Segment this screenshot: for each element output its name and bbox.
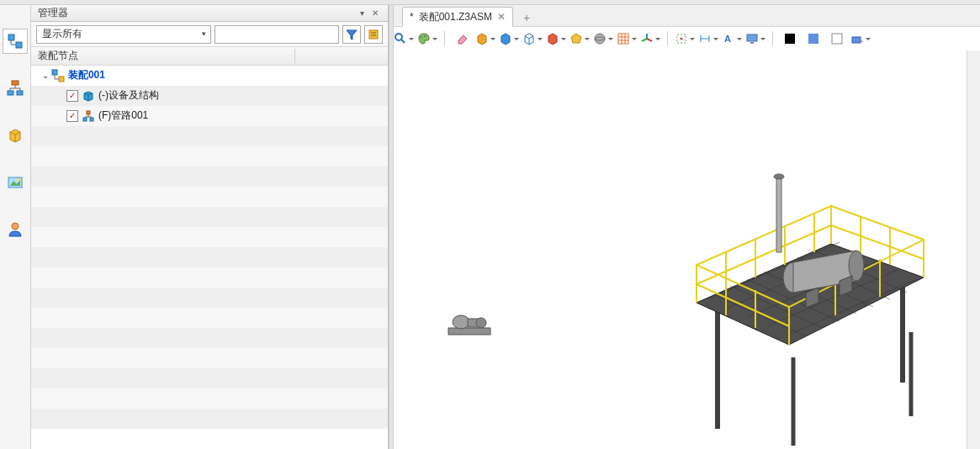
tree-row-empty	[31, 207, 388, 227]
sidebar-image-icon[interactable]	[3, 170, 28, 195]
svg-marker-42	[501, 34, 510, 45]
tree-body[interactable]: ⌄ 装配001 ✓ (-)设备及结构 ✓	[31, 66, 388, 449]
tree-node-label: (F)管路001	[98, 108, 148, 123]
sidebar-person-icon[interactable]	[3, 217, 28, 242]
panel-minimize-button[interactable]: ▾	[356, 8, 368, 19]
model-pump[interactable]	[444, 307, 503, 341]
paint-bucket-icon[interactable]	[850, 29, 871, 48]
svg-rect-6	[17, 91, 23, 95]
file-tab-active[interactable]: * 装配001.Z3ASM ✕	[402, 7, 513, 27]
monitor-icon[interactable]	[745, 29, 765, 48]
marker-icon[interactable]	[675, 29, 695, 48]
tree-row-root[interactable]: ⌄ 装配001	[31, 66, 388, 86]
tree-row-empty	[31, 308, 388, 328]
svg-marker-48	[571, 34, 581, 43]
viewport-scrollbar[interactable]	[967, 50, 980, 449]
svg-line-45	[529, 36, 533, 39]
new-tab-button[interactable]: +	[518, 9, 535, 26]
tree-row-empty	[31, 388, 388, 409]
svg-rect-5	[8, 91, 13, 95]
sidebar-hierarchy-icon[interactable]	[3, 76, 28, 101]
grid-icon[interactable]	[617, 29, 637, 48]
cube-orange-icon[interactable]	[475, 29, 495, 48]
svg-point-18	[12, 223, 19, 230]
filter-dropdown-label: 显示所有	[42, 27, 82, 41]
color-swatch-blue[interactable]	[803, 29, 824, 48]
tree-checkbox[interactable]: ✓	[66, 90, 78, 102]
filter-funnel-button[interactable]	[342, 25, 361, 44]
svg-rect-72	[448, 328, 490, 335]
svg-point-17	[17, 178, 20, 182]
viewport-canvas[interactable]	[394, 50, 980, 449]
svg-rect-24	[59, 77, 64, 82]
svg-point-73	[453, 315, 469, 329]
tree-row-empty	[31, 409, 388, 429]
tree-header-col-nodes[interactable]: 装配节点	[31, 49, 295, 63]
pipe-icon	[82, 109, 95, 123]
eraser-icon[interactable]	[452, 29, 472, 48]
svg-line-44	[525, 36, 529, 39]
svg-rect-66	[750, 42, 754, 44]
svg-rect-20	[369, 30, 378, 39]
tree-row-child[interactable]: ✓ (F)管路001	[31, 106, 388, 126]
tree-checkbox[interactable]: ✓	[66, 110, 78, 122]
model-platform[interactable]	[680, 168, 932, 446]
cube-wire-icon[interactable]	[522, 29, 543, 48]
filter-row: 显示所有 ▼	[31, 22, 388, 47]
tab-strip: * 装配001.Z3ASM ✕ +	[394, 5, 980, 27]
tree-row-empty	[31, 267, 388, 288]
svg-point-75	[476, 318, 486, 328]
tree-toggle-icon[interactable]: ⌄	[40, 71, 51, 80]
svg-marker-40	[458, 35, 467, 44]
svg-rect-68	[808, 34, 818, 44]
panel-close-button[interactable]: ✕	[369, 8, 381, 19]
svg-point-36	[395, 34, 402, 40]
tree-row-empty	[31, 348, 388, 368]
axis-icon[interactable]	[640, 29, 660, 48]
chevron-down-icon: ▼	[200, 30, 207, 38]
polyhedron-icon[interactable]	[569, 29, 590, 48]
svg-rect-1	[16, 42, 22, 48]
svg-rect-23	[52, 70, 57, 75]
text-icon[interactable]: A	[722, 29, 742, 48]
sphere-icon[interactable]	[593, 29, 613, 48]
tree-row-empty	[31, 368, 388, 388]
filter-settings-button[interactable]	[364, 25, 383, 44]
tree-row-empty	[31, 146, 388, 166]
svg-line-37	[401, 40, 405, 43]
svg-marker-19	[347, 30, 357, 40]
palette-icon[interactable]	[417, 29, 437, 48]
svg-point-60	[681, 38, 683, 40]
svg-line-57	[647, 39, 652, 41]
tab-close-button[interactable]: ✕	[497, 11, 506, 23]
color-swatch-outline[interactable]	[827, 29, 847, 48]
tree-row-empty	[31, 126, 388, 146]
color-swatch-black[interactable]	[780, 29, 800, 48]
svg-point-38	[421, 36, 422, 38]
svg-marker-41	[478, 34, 486, 45]
svg-rect-103	[776, 177, 781, 252]
tab-modified-indicator: *	[410, 11, 414, 23]
tree-row-empty	[31, 328, 388, 348]
tree-row-empty	[31, 166, 388, 187]
panel-title-text: 管理器	[38, 6, 68, 20]
sidebar-box-icon[interactable]	[3, 123, 28, 148]
cube-red-icon[interactable]	[546, 29, 566, 48]
svg-rect-69	[832, 34, 842, 44]
viewport-toolbar: A	[394, 27, 980, 50]
tree-header: 装配节点	[31, 47, 388, 66]
tab-filename: 装配001.Z3ASM	[419, 10, 492, 24]
svg-rect-31	[87, 111, 90, 114]
filter-display-dropdown[interactable]: 显示所有 ▼	[36, 25, 211, 44]
magnifier-icon[interactable]	[394, 29, 414, 48]
tree-root-label: 装配001	[68, 68, 105, 82]
tree-row-empty	[31, 227, 388, 247]
tree-row-child[interactable]: ✓ (-)设备及结构	[31, 86, 388, 106]
assembly-root-icon	[51, 69, 65, 82]
viewport-area: * 装配001.Z3ASM ✕ + A	[394, 5, 980, 449]
sidebar-assembly-tree-icon[interactable]	[3, 29, 28, 54]
cube-blue-icon[interactable]	[499, 29, 519, 48]
filter-search-input[interactable]	[215, 25, 339, 44]
dimension-icon[interactable]	[698, 29, 718, 48]
main-layout: 管理器 ▾ ✕ 显示所有 ▼ 装配节点	[0, 5, 980, 449]
